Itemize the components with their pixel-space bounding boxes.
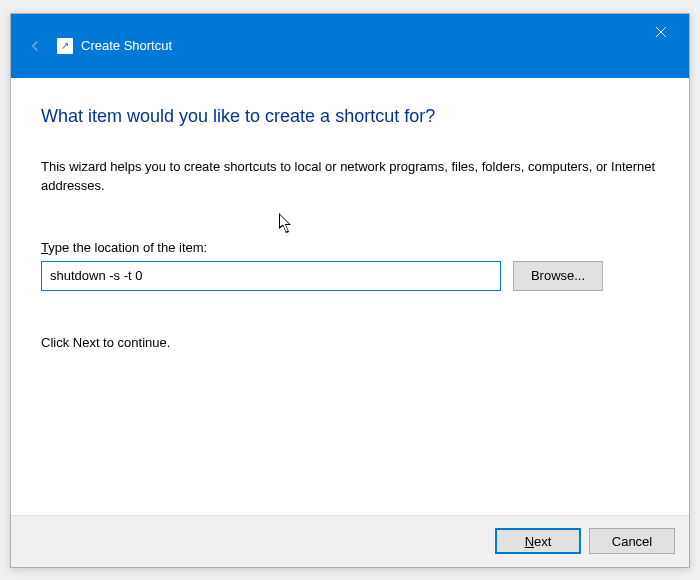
shortcut-icon: ↗ [57,38,73,54]
page-heading: What item would you like to create a sho… [41,106,659,127]
create-shortcut-wizard: ↗ Create Shortcut What item would you li… [10,13,690,568]
location-input[interactable] [41,261,501,291]
continue-instruction: Click Next to continue. [41,335,659,350]
cursor-icon [279,213,295,235]
wizard-content: What item would you like to create a sho… [11,78,689,515]
wizard-footer: Next Cancel [11,515,689,567]
page-description: This wizard helps you to create shortcut… [41,157,659,196]
browse-button[interactable]: Browse... [513,261,603,291]
cancel-button[interactable]: Cancel [589,528,675,554]
close-button[interactable] [641,18,681,46]
input-row: Browse... [41,261,659,291]
window-title: Create Shortcut [81,38,172,53]
location-label: Type the location of the item: [41,240,659,255]
titlebar: ↗ Create Shortcut [11,14,689,78]
back-button [23,34,47,58]
next-button[interactable]: Next [495,528,581,554]
